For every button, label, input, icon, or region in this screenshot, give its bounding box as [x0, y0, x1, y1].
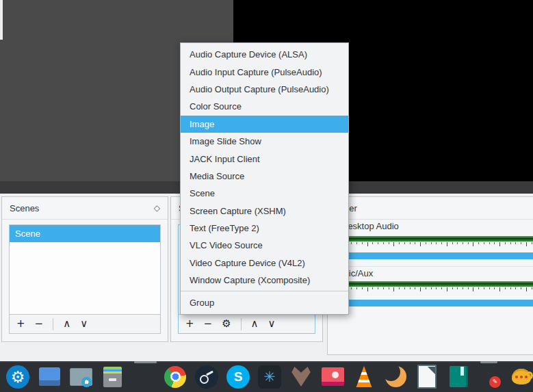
mixer-channel-name: Desktop Audio [341, 221, 399, 231]
window-edge [0, 0, 3, 40]
libreoffice-icon[interactable] [415, 365, 439, 389]
float-dock-icon[interactable]: ◇ [154, 203, 160, 213]
scene-list-item[interactable]: Scene [10, 225, 160, 242]
scenes-panel: Scenes ◇ Scene + − ∧ ∨ [1, 196, 168, 342]
kubuntu-launcher-icon[interactable]: ⚙ [6, 365, 29, 389]
move-scene-up-button[interactable]: ∧ [63, 319, 70, 329]
menu-item[interactable]: Group [181, 293, 348, 311]
menu-item[interactable]: VLC Video Source [181, 237, 348, 254]
move-source-down-button[interactable]: ∨ [268, 319, 276, 329]
vlc-icon[interactable] [352, 365, 376, 389]
add-source-button[interactable]: + [185, 319, 194, 329]
file-cabinet-icon[interactable] [101, 365, 124, 389]
firefox-icon[interactable] [132, 365, 155, 389]
menu-item[interactable] [181, 289, 348, 293]
remove-source-button[interactable]: − [204, 319, 213, 329]
add-scene-button[interactable]: + [16, 319, 25, 329]
menu-item[interactable]: Text (FreeType 2) [181, 220, 348, 237]
photo-swirl-icon[interactable]: ✳ [258, 365, 281, 389]
sources-toolbar: + − ⚙ ∧ ∨ [179, 315, 315, 333]
audio-mixer-panel: Mixer Desktop Audio Mic/Aux [327, 196, 533, 355]
scenes-listbox: Scene + − ∧ ∨ [9, 224, 161, 334]
mixer-divider [335, 266, 533, 267]
mixer-panel-header: Mixer [328, 197, 533, 220]
add-source-menu: Audio Capture Device (ALSA)Audio Input C… [180, 42, 349, 315]
volume-slider[interactable] [339, 300, 533, 306]
menu-item[interactable]: Image [181, 116, 348, 133]
taskbar: ⚙ [0, 361, 533, 392]
steam-icon[interactable] [195, 365, 218, 389]
source-properties-gear-icon[interactable]: ⚙ [222, 319, 231, 329]
move-scene-down-button[interactable]: ∨ [80, 319, 88, 329]
toolbar-separator [241, 318, 242, 330]
meter-scale [339, 287, 533, 296]
menu-item[interactable]: JACK Input Client [181, 150, 348, 167]
menu-item[interactable]: Audio Output Capture (PulseAudio) [181, 81, 348, 98]
volume-slider[interactable] [339, 252, 533, 259]
menu-item[interactable]: Audio Capture Device (ALSA) [181, 46, 348, 63]
toolbar-separator [53, 318, 53, 330]
chrome-icon[interactable] [164, 365, 187, 389]
menu-item[interactable]: Media Source [181, 168, 348, 185]
desktop-pager-icon[interactable] [38, 365, 61, 389]
menu-item[interactable]: Screen Capture (XSHM) [181, 202, 348, 220]
scenes-panel-header: Scenes ◇ [2, 197, 168, 220]
menu-item[interactable]: Audio Input Capture (PulseAudio) [181, 63, 348, 80]
scenes-panel-title: Scenes [10, 203, 39, 213]
menu-item[interactable]: Video Capture Device (V4L2) [181, 254, 348, 272]
screenshot-tool-icon[interactable] [69, 365, 92, 389]
skype-icon[interactable]: S [226, 365, 250, 389]
menu-item[interactable]: Color Source [181, 98, 348, 115]
move-source-up-button[interactable]: ∧ [251, 319, 259, 329]
volume-meter [339, 281, 533, 287]
desktop: Scenes ◇ Scene + − ∧ ∨ Sources ◇ + [0, 0, 533, 392]
volume-meter [339, 236, 533, 241]
menu-item[interactable]: Scene [181, 185, 348, 202]
ebook-reader-icon[interactable] [447, 365, 470, 389]
menu-item[interactable]: Window Capture (Xcomposite) [181, 272, 348, 289]
pdf-editor-icon[interactable] [478, 365, 502, 389]
teapot-icon[interactable] [510, 365, 533, 389]
meter-scale [339, 242, 533, 251]
scenes-toolbar: + − ∧ ∨ [10, 315, 160, 333]
remove-scene-button[interactable]: − [35, 319, 44, 329]
menu-item[interactable]: Image Slide Show [181, 133, 348, 150]
screen-recorder-icon[interactable] [321, 365, 344, 389]
scenes-list[interactable]: Scene [10, 225, 160, 315]
melon-crescent-icon[interactable] [384, 365, 407, 389]
lutris-wolf-icon[interactable] [289, 365, 313, 389]
